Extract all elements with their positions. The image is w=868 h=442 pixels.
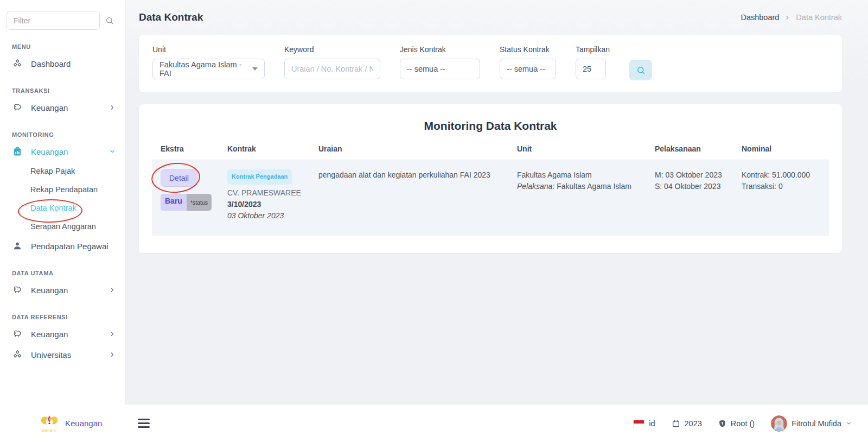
- year-label: 2023: [685, 419, 702, 428]
- unida-logo-icon: UNIDA: [38, 414, 61, 432]
- unit-select-value: Fakultas Agama Islam - FAI: [159, 60, 248, 78]
- tampilkan-input[interactable]: [576, 59, 606, 79]
- avatar: [771, 415, 787, 432]
- app-layout: MENU Dashboard TRANSAKSI Keuangan MONITO…: [0, 0, 868, 405]
- sidebar-filter-input[interactable]: [7, 11, 100, 30]
- indonesia-flag-icon: [633, 420, 644, 427]
- chevron-right-icon: [109, 287, 116, 293]
- status-kontrak-value: -- semua --: [507, 65, 545, 73]
- monitoring-card: Monitoring Data Kontrak Ekstra Kontrak U…: [139, 104, 842, 253]
- pelaksanaan-mulai: M: 03 Oktober 2023: [655, 169, 729, 181]
- caret-down-icon: [252, 67, 258, 71]
- locale-label: id: [649, 419, 655, 428]
- status-kontrak-select[interactable]: -- semua --: [500, 59, 556, 79]
- filter-jenis-kontrak: Jenis Kontrak -- semua --: [400, 45, 480, 79]
- sidebar: MENU Dashboard TRANSAKSI Keuangan MONITO…: [0, 0, 126, 405]
- sidebar-item-label: Keuangan: [31, 330, 101, 339]
- year-selector[interactable]: 2023: [672, 419, 702, 428]
- piggy-bank-icon: [12, 285, 23, 295]
- status-badge-label: Baru: [161, 194, 187, 211]
- role-label: Root (): [731, 419, 755, 428]
- main-content: Data Kontrak Dashboard Data Kontrak Unit…: [126, 0, 868, 405]
- cell-ekstra: Detail Baru *status: [152, 160, 219, 236]
- pelaksanaan-selesai: S: 04 Oktober 2023: [655, 181, 729, 192]
- col-pelaksanaan: Pelaksanaan: [646, 144, 733, 160]
- jenis-kontrak-badge: Kontrak Pengadaan: [227, 169, 292, 185]
- search-icon[interactable]: [105, 16, 114, 25]
- chevron-right-icon: [109, 104, 116, 111]
- filter-unit-label: Unit: [152, 45, 265, 54]
- cell-unit: Fakultas Agama Islam Pelaksana: Fakultas…: [508, 160, 646, 236]
- footer-right: id 2023 Root () Fitrotul Mufida: [633, 415, 852, 432]
- breadcrumb-current: Data Kontrak: [796, 13, 842, 22]
- user-menu[interactable]: Fitrotul Mufida: [771, 415, 852, 432]
- search-button[interactable]: [629, 60, 652, 80]
- person-icon: [12, 241, 23, 251]
- sidebar-filter: [7, 11, 120, 30]
- shield-icon: [718, 419, 726, 428]
- sidebar-subitem-serapan-anggaran[interactable]: Serapan Anggaran: [7, 217, 120, 236]
- vendor-name: CV. PRAMESWAREE: [227, 187, 305, 199]
- role-indicator[interactable]: Root (): [718, 419, 755, 428]
- col-uraian: Uraian: [310, 144, 508, 160]
- filter-status-kontrak: Status Kontrak -- semua --: [500, 45, 556, 79]
- sidebar-item-keuangan-data-referensi[interactable]: Keuangan: [7, 324, 120, 344]
- sidebar-item-keuangan-transaksi[interactable]: Keuangan: [7, 97, 120, 118]
- sidebar-item-label: Keuangan: [31, 286, 101, 295]
- filter-unit: Unit Fakultas Agama Islam - FAI: [152, 45, 265, 79]
- col-ekstra: Ekstra: [152, 144, 219, 160]
- chevron-down-icon: [109, 148, 116, 155]
- sidebar-item-keuangan-monitoring[interactable]: Keuangan: [7, 141, 120, 162]
- table-title: Monitoring Data Kontrak: [152, 119, 829, 132]
- sidebar-item-keuangan-data-utama[interactable]: Keuangan: [7, 280, 120, 300]
- section-transaksi: TRANSAKSI: [12, 87, 120, 94]
- cell-nominal: Kontrak: 51.000.000 Transaksi: 0: [733, 160, 829, 236]
- sidebar-item-pendapatan-pegawai[interactable]: Pendapatan Pegawai: [7, 236, 120, 256]
- table-row: Detail Baru *status Kontrak Pengadaan CV…: [152, 160, 829, 236]
- col-kontrak: Kontrak: [219, 144, 310, 160]
- footer-bar: UNIDA Keuangan id 2023 Root () Fitrotul: [0, 405, 868, 442]
- brand[interactable]: UNIDA Keuangan: [38, 414, 136, 432]
- status-badge-note: *status: [187, 194, 212, 211]
- sidebar-item-dashboard[interactable]: Dashboard: [7, 53, 120, 74]
- chevron-right-icon: [109, 351, 116, 358]
- breadcrumb-dashboard[interactable]: Dashboard: [741, 13, 779, 22]
- detail-button[interactable]: Detail: [161, 169, 197, 187]
- filter-card: Unit Fakultas Agama Islam - FAI Keyword …: [139, 35, 842, 92]
- nominal-kontrak: Kontrak: 51.000.000: [742, 169, 825, 181]
- sidebar-subitem-rekap-pajak[interactable]: Rekap Pajak: [7, 162, 120, 180]
- status-badge: Baru *status: [161, 194, 212, 211]
- cell-kontrak: Kontrak Pengadaan CV. PRAMESWAREE 3/10/2…: [219, 160, 310, 236]
- section-data-referensi: DATA REFERENSI: [12, 314, 120, 320]
- sidebar-item-label: Keuangan: [31, 103, 101, 112]
- sidebar-item-label: Keuangan: [31, 147, 101, 156]
- sidebar-subitem-data-kontrak[interactable]: Data Kontrak: [7, 199, 120, 217]
- filter-tampilkan: Tampilkan: [576, 45, 610, 79]
- unit-select[interactable]: Fakultas Agama Islam - FAI: [152, 59, 265, 79]
- filter-tampilkan-label: Tampilkan: [576, 45, 610, 54]
- filter-jenis-label: Jenis Kontrak: [400, 45, 480, 54]
- contract-date-long: 03 Oktober 2023: [227, 210, 305, 222]
- section-monitoring: MONITORING: [12, 131, 120, 138]
- cell-pelaksanaan: M: 03 Oktober 2023 S: 04 Oktober 2023: [646, 160, 733, 236]
- unida-logo-text: UNIDA: [42, 429, 57, 432]
- nominal-transaksi: Transaksi: 0: [742, 181, 825, 192]
- page-title: Data Kontrak: [139, 11, 203, 23]
- table-header-row: Ekstra Kontrak Uraian Unit Pelaksanaan N…: [152, 144, 829, 160]
- sidebar-subitem-rekap-pendapatan[interactable]: Rekap Pendapatan: [7, 180, 120, 199]
- uraian-text: pengadaan alat dan kegiatan perkuliahan …: [318, 171, 490, 179]
- cell-uraian: pengadaan alat dan kegiatan perkuliahan …: [310, 160, 508, 236]
- sidebar-item-universitas[interactable]: Universitas: [7, 344, 120, 365]
- hamburger-menu-icon[interactable]: [136, 416, 152, 430]
- sidebar-item-label: Dashboard: [31, 59, 116, 68]
- locale-switcher[interactable]: id: [633, 419, 655, 428]
- keyword-input[interactable]: [284, 59, 380, 79]
- jenis-kontrak-select[interactable]: -- semua --: [400, 59, 480, 79]
- section-data-utama: DATA UTAMA: [12, 270, 120, 276]
- piggy-bank-icon: [12, 102, 23, 113]
- cubes-icon: [12, 349, 23, 360]
- clipboard-chart-icon: [12, 146, 23, 157]
- section-menu: MENU: [12, 43, 120, 50]
- brand-name: Keuangan: [65, 419, 102, 428]
- chevron-right-icon: [784, 15, 790, 21]
